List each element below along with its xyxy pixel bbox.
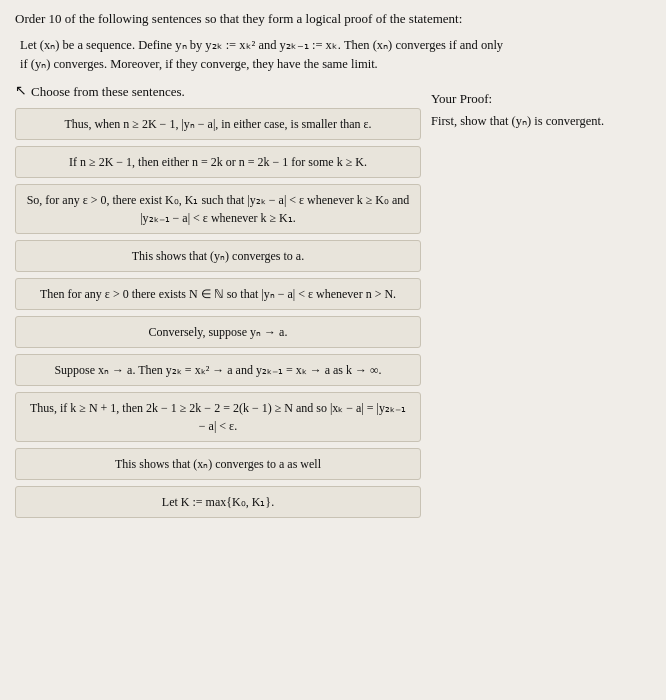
sentence-card-9[interactable]: This shows that (xₙ) converges to a as w… [15, 448, 421, 480]
definition-line1: Let (xₙ) be a sequence. Define yₙ by y₂ₖ… [20, 38, 503, 52]
sentence-card-5[interactable]: Then for any ε > 0 there exists N ∈ ℕ so… [15, 278, 421, 310]
left-column: ↖ Choose from these sentences. Thus, whe… [15, 84, 421, 524]
main-columns: ↖ Choose from these sentences. Thus, whe… [15, 84, 651, 524]
sentence-card-3[interactable]: So, for any ε > 0, there exist K₀, K₁ su… [15, 184, 421, 234]
choose-text: Choose from these sentences. [31, 84, 185, 100]
choose-label: ↖ Choose from these sentences. [15, 84, 421, 100]
definition-block: Let (xₙ) be a sequence. Define yₙ by y₂ₖ… [15, 36, 651, 74]
right-column: Your Proof: First, show that (yₙ) is con… [431, 84, 651, 131]
cursor-icon: ↖ [15, 82, 27, 99]
sentences-list: Thus, when n ≥ 2K − 1, |yₙ − a|, in eith… [15, 108, 421, 518]
intro-text: Order 10 of the following sentences so t… [15, 10, 651, 28]
sentence-card-4[interactable]: This shows that (yₙ) converges to a. [15, 240, 421, 272]
sentence-card-6[interactable]: Conversely, suppose yₙ → a. [15, 316, 421, 348]
your-proof-sub: First, show that (yₙ) is convergent. [431, 112, 651, 131]
sentence-card-1[interactable]: Thus, when n ≥ 2K − 1, |yₙ − a|, in eith… [15, 108, 421, 140]
definition-line2: if (yₙ) converges. Moreover, if they con… [20, 57, 378, 71]
sentence-card-2[interactable]: If n ≥ 2K − 1, then either n = 2k or n =… [15, 146, 421, 178]
sentence-card-7[interactable]: Suppose xₙ → a. Then y₂ₖ = xₖ² → a and y… [15, 354, 421, 386]
sentence-card-10[interactable]: Let K := max{K₀, K₁}. [15, 486, 421, 518]
sentence-card-8[interactable]: Thus, if k ≥ N + 1, then 2k − 1 ≥ 2k − 2… [15, 392, 421, 442]
your-proof-label: Your Proof: [431, 89, 651, 109]
